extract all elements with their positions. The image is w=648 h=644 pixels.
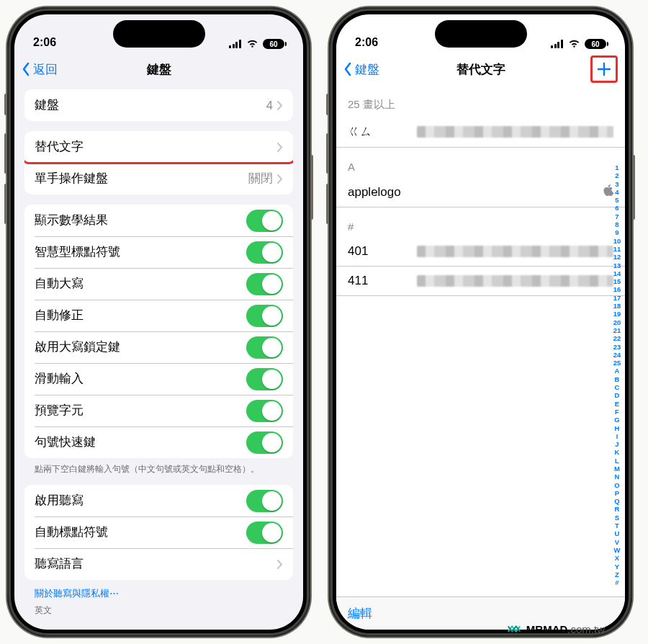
back-button[interactable]: 返回 bbox=[22, 61, 58, 78]
index-entry[interactable]: 20 bbox=[612, 319, 622, 326]
index-entry[interactable]: 18 bbox=[612, 303, 622, 310]
settings-scroll[interactable]: 鍵盤 4 替代文字 單手操作鍵盤 關閉 bbox=[14, 85, 303, 630]
watermark-logo-icon bbox=[506, 621, 522, 637]
list-item[interactable]: 401 bbox=[336, 237, 625, 267]
index-entry[interactable]: S bbox=[612, 514, 622, 522]
index-entry[interactable]: X bbox=[612, 555, 622, 562]
index-entry[interactable]: A bbox=[612, 367, 622, 375]
index-entry[interactable]: T bbox=[612, 522, 622, 529]
index-entry[interactable]: 16 bbox=[612, 286, 622, 293]
index-entry[interactable]: 4 bbox=[612, 189, 622, 196]
row-toggle[interactable]: 自動修正 bbox=[24, 300, 293, 331]
list-item[interactable]: 411 bbox=[336, 267, 625, 296]
row-toggle[interactable]: 滑動輸入 bbox=[24, 363, 293, 395]
replacements-list[interactable]: 25 畫以上 ㄍㄙ A applelogo # 401 bbox=[336, 85, 625, 630]
index-entry[interactable]: M bbox=[612, 465, 622, 473]
index-entry[interactable]: E bbox=[612, 401, 622, 408]
phone-left: 2:06 60 返回 鍵盤 鍵盤 bbox=[7, 7, 310, 637]
list-item[interactable]: applelogo bbox=[336, 177, 625, 207]
index-entry[interactable]: 10 bbox=[612, 238, 622, 245]
index-entry[interactable]: 2 bbox=[612, 172, 622, 179]
row-dictation-language[interactable]: 聽寫語言 bbox=[24, 548, 293, 580]
index-entry[interactable]: 19 bbox=[612, 310, 622, 318]
switch-on[interactable] bbox=[246, 368, 283, 390]
row-label: 自動標點符號 bbox=[35, 524, 246, 540]
index-entry[interactable]: 22 bbox=[612, 335, 622, 342]
index-entry[interactable]: 14 bbox=[612, 270, 622, 277]
index-entry[interactable]: I bbox=[612, 433, 622, 440]
row-toggle[interactable]: 智慧型標點符號 bbox=[24, 236, 293, 268]
index-entry[interactable]: P bbox=[612, 490, 622, 497]
row-toggle[interactable]: 啟用大寫鎖定鍵 bbox=[24, 331, 293, 363]
index-entry[interactable]: J bbox=[612, 441, 622, 448]
index-entry[interactable]: 1 bbox=[612, 164, 622, 171]
switch-on[interactable] bbox=[246, 400, 283, 422]
index-entry[interactable]: 25 bbox=[612, 359, 622, 367]
switch-on[interactable] bbox=[246, 210, 283, 232]
switch-on[interactable] bbox=[246, 490, 283, 512]
row-auto-punctuation[interactable]: 自動標點符號 bbox=[24, 516, 293, 548]
switch-on[interactable] bbox=[246, 305, 283, 327]
index-entry[interactable]: 3 bbox=[612, 181, 622, 188]
index-entry[interactable]: W bbox=[612, 547, 622, 554]
row-keyboards[interactable]: 鍵盤 4 bbox=[24, 89, 293, 121]
row-label: 顯示數學結果 bbox=[35, 213, 246, 228]
index-entry[interactable]: 8 bbox=[612, 221, 622, 228]
index-entry[interactable]: 15 bbox=[612, 278, 622, 285]
index-entry[interactable]: 9 bbox=[612, 229, 622, 236]
index-entry[interactable]: 11 bbox=[612, 246, 622, 253]
index-entry[interactable]: O bbox=[612, 482, 622, 489]
switch-on[interactable] bbox=[246, 431, 283, 454]
row-toggle[interactable]: 預覽字元 bbox=[24, 395, 293, 426]
switch-on[interactable] bbox=[246, 522, 283, 544]
index-entry[interactable]: N bbox=[612, 473, 622, 480]
list-item[interactable]: ㄍㄙ bbox=[336, 116, 625, 148]
index-entry[interactable]: Q bbox=[612, 498, 622, 505]
index-entry[interactable]: 24 bbox=[612, 352, 622, 359]
index-entry[interactable]: # bbox=[612, 579, 622, 586]
index-entry[interactable]: D bbox=[612, 392, 622, 399]
index-entry[interactable]: H bbox=[612, 425, 622, 432]
row-text-replacement[interactable]: 替代文字 bbox=[24, 131, 293, 163]
dictation-privacy-link[interactable]: 關於聽寫與隱私權⋯ bbox=[14, 580, 303, 601]
dynamic-island bbox=[113, 20, 205, 48]
row-toggle[interactable]: 顯示數學結果 bbox=[24, 205, 293, 236]
index-entry[interactable]: Y bbox=[612, 563, 622, 571]
row-label: 替代文字 bbox=[35, 139, 277, 155]
index-entry[interactable]: 13 bbox=[612, 262, 622, 269]
row-value: 4 bbox=[266, 99, 273, 112]
back-button[interactable]: 鍵盤 bbox=[343, 61, 379, 78]
index-entry[interactable]: 7 bbox=[612, 213, 622, 220]
index-entry[interactable]: G bbox=[612, 416, 622, 424]
index-entry[interactable]: C bbox=[612, 384, 622, 391]
row-one-handed-keyboard[interactable]: 單手操作鍵盤 關閉 bbox=[24, 163, 293, 194]
nav-bar: 鍵盤 替代文字 bbox=[336, 53, 625, 85]
index-entry[interactable]: Z bbox=[612, 571, 622, 578]
index-entry[interactable]: 12 bbox=[612, 254, 622, 261]
row-toggle[interactable]: 自動大寫 bbox=[24, 268, 293, 300]
index-entry[interactable]: 17 bbox=[612, 295, 622, 302]
index-entry[interactable]: 5 bbox=[612, 197, 622, 204]
row-enable-dictation[interactable]: 啟用聽寫 bbox=[24, 485, 293, 516]
index-entry[interactable]: V bbox=[612, 539, 622, 546]
index-entry[interactable]: L bbox=[612, 457, 622, 465]
index-entry[interactable]: K bbox=[612, 449, 622, 456]
wifi-icon bbox=[246, 40, 258, 48]
section-index[interactable]: 1234567891011121314151617181920212223242… bbox=[612, 164, 622, 586]
index-entry[interactable]: R bbox=[612, 506, 622, 513]
switch-on[interactable] bbox=[246, 273, 283, 295]
switch-on[interactable] bbox=[246, 336, 283, 359]
row-toggle[interactable]: 句號快速鍵 bbox=[24, 426, 293, 458]
index-entry[interactable]: F bbox=[612, 408, 622, 416]
index-entry[interactable]: 23 bbox=[612, 344, 622, 351]
index-entry[interactable]: U bbox=[612, 530, 622, 537]
switch-on[interactable] bbox=[246, 241, 283, 264]
item-phrase-blurred bbox=[417, 126, 613, 138]
index-entry[interactable]: B bbox=[612, 376, 622, 383]
index-entry[interactable]: 21 bbox=[612, 327, 622, 334]
item-phrase-blurred bbox=[417, 246, 613, 257]
row-value: 關閉 bbox=[248, 171, 273, 187]
index-entry[interactable]: 6 bbox=[612, 205, 622, 212]
edit-button[interactable]: 編輯 bbox=[348, 605, 372, 622]
add-button[interactable] bbox=[590, 55, 618, 83]
